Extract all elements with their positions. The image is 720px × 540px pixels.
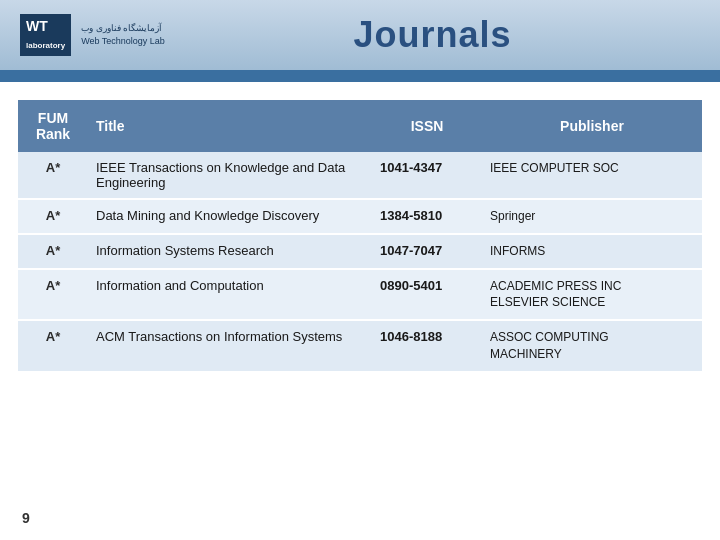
- page-title: Journals: [165, 14, 700, 56]
- col-issn: ISSN: [372, 100, 482, 152]
- logo-subtext: آزمایشگاه فناوری وب Web Technology Lab: [81, 22, 165, 47]
- col-title: Title: [88, 100, 372, 152]
- cell-issn: 1046-8188: [372, 320, 482, 372]
- table-row: A*Information and Computation0890-5401AC…: [18, 269, 702, 321]
- cell-rank: A*: [18, 152, 88, 199]
- cell-publisher: ASSOC COMPUTING MACHINERY: [482, 320, 702, 372]
- cell-rank: A*: [18, 234, 88, 269]
- col-publisher: Publisher: [482, 100, 702, 152]
- cell-publisher: IEEE COMPUTER SOC: [482, 152, 702, 199]
- logo-area: WT laboratory آزمایشگاه فناوری وب Web Te…: [20, 14, 165, 56]
- cell-issn: 1384-5810: [372, 199, 482, 234]
- table-row: A*ACM Transactions on Information System…: [18, 320, 702, 372]
- header: WT laboratory آزمایشگاه فناوری وب Web Te…: [0, 0, 720, 70]
- logo-wt: WT laboratory: [20, 14, 71, 56]
- blue-band: [0, 70, 720, 82]
- cell-issn: 0890-5401: [372, 269, 482, 321]
- cell-publisher: Springer: [482, 199, 702, 234]
- cell-issn: 1047-7047: [372, 234, 482, 269]
- table-row: A*Information Systems Research1047-7047I…: [18, 234, 702, 269]
- cell-rank: A*: [18, 269, 88, 321]
- cell-title: ACM Transactions on Information Systems: [88, 320, 372, 372]
- cell-publisher: INFORMS: [482, 234, 702, 269]
- table-header-row: FUMRank Title ISSN Publisher: [18, 100, 702, 152]
- table-row: A*IEEE Transactions on Knowledge and Dat…: [18, 152, 702, 199]
- cell-title: Information Systems Research: [88, 234, 372, 269]
- cell-publisher: ACADEMIC PRESS INC ELSEVIER SCIENCE: [482, 269, 702, 321]
- cell-issn: 1041-4347: [372, 152, 482, 199]
- cell-rank: A*: [18, 199, 88, 234]
- cell-title: IEEE Transactions on Knowledge and Data …: [88, 152, 372, 199]
- cell-title: Data Mining and Knowledge Discovery: [88, 199, 372, 234]
- col-rank: FUMRank: [18, 100, 88, 152]
- page-number: 9: [22, 510, 30, 526]
- cell-title: Information and Computation: [88, 269, 372, 321]
- cell-rank: A*: [18, 320, 88, 372]
- table-row: A*Data Mining and Knowledge Discovery138…: [18, 199, 702, 234]
- journals-table: FUMRank Title ISSN Publisher A*IEEE Tran…: [18, 100, 702, 373]
- main-content: FUMRank Title ISSN Publisher A*IEEE Tran…: [0, 82, 720, 373]
